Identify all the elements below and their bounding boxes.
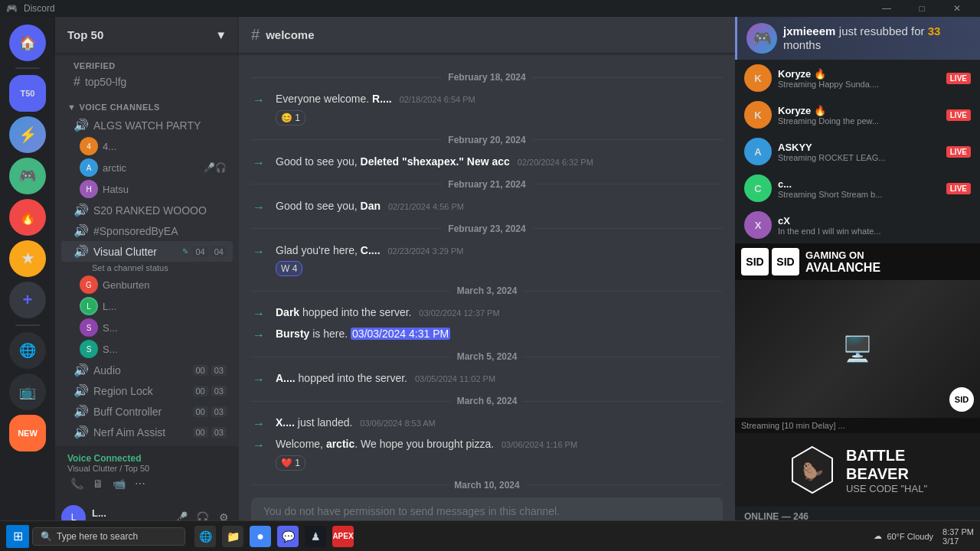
- date-divider-2: February 20, 2024: [239, 129, 735, 152]
- voice-more-btn[interactable]: ⋯: [132, 476, 149, 491]
- stream-avatar-1: K: [744, 64, 772, 92]
- voice-leave-btn[interactable]: 📞: [67, 476, 87, 491]
- voice-camera-btn[interactable]: 📹: [109, 476, 129, 491]
- voice-category[interactable]: ▼ VOICE CHANNELS: [55, 98, 239, 115]
- vc-avatar-s2: S: [80, 340, 98, 358]
- voice-avatar-3: H: [80, 180, 98, 198]
- stream-item-4[interactable]: C c... Streaming Short Stream b... LIVE: [735, 170, 980, 207]
- join-arrow-7: →: [251, 373, 266, 386]
- live-badge-2: LIVE: [946, 109, 971, 121]
- server-sidebar: 🏠 T50 ⚡ 🎮 🔥 ★ + 🌐 📺 NEW: [0, 17, 55, 537]
- channel-sponsored[interactable]: 🔊 #SponsoredByEA: [61, 220, 233, 241]
- channel-top50-lfg[interactable]: # top50-lfg: [61, 72, 233, 92]
- reaction-1[interactable]: 😊 1: [276, 107, 723, 126]
- sid-logo-1: SID: [741, 248, 769, 276]
- voice-screen-btn[interactable]: 🖥: [90, 476, 106, 491]
- voice-icon-2: 🔊: [74, 203, 89, 217]
- server-icon-news[interactable]: NEW: [9, 415, 46, 452]
- divider-line-11: [251, 357, 451, 357]
- stream-item-5[interactable]: X cX In the end I will win whate...: [735, 207, 980, 243]
- divider-line: [251, 77, 442, 78]
- server-icon-4[interactable]: 🔥: [9, 199, 46, 236]
- server-icon-5[interactable]: ★: [9, 240, 46, 277]
- date-text-4: February 23, 2024: [448, 223, 525, 234]
- voice-icon-6: 🔊: [74, 383, 89, 398]
- maximize-button[interactable]: □: [905, 1, 939, 16]
- taskbar: ⊞ 🔍 Type here to search 🌐 📁 ● 💬 ♟ APEX ☁…: [0, 520, 980, 551]
- taskbar-chrome[interactable]: ●: [250, 526, 271, 547]
- channel-header-name: welcome: [266, 28, 314, 41]
- server-icon-8[interactable]: 📺: [9, 373, 46, 410]
- start-button[interactable]: ⊞: [6, 525, 29, 548]
- server-icon-6[interactable]: +: [9, 282, 46, 318]
- taskbar-discord[interactable]: 💬: [277, 526, 299, 547]
- date-text-5: March 3, 2024: [457, 285, 518, 296]
- reaction-2[interactable]: W 4: [276, 258, 723, 276]
- count-1: 04: [193, 246, 208, 257]
- server-header[interactable]: Top 50 ▼: [55, 17, 239, 54]
- stream-game-2: Streaming Doing the pew...: [778, 116, 940, 126]
- divider-line-14: [523, 401, 723, 402]
- reaction-emoji-1[interactable]: 😊 1: [276, 110, 305, 126]
- channel-audio[interactable]: 🔊 Audio 00 03: [61, 360, 233, 380]
- message-4: → Glad you're here, C.... 02/23/2024 3:2…: [239, 240, 735, 280]
- audio-c1: 00: [193, 365, 208, 376]
- live-badge-4: LIVE: [946, 183, 971, 194]
- server-icon-2[interactable]: ⚡: [9, 116, 46, 153]
- server-icon-top50[interactable]: T50: [9, 75, 46, 112]
- join-arrow-2: →: [251, 156, 266, 170]
- channel-region[interactable]: 🔊 Region Lock 00 03: [61, 380, 233, 401]
- systray: ☁ 60°F Cloudy: [874, 531, 933, 541]
- stream-title-gaming: GAMING ON AVALANCHE: [802, 249, 974, 275]
- minimize-button[interactable]: —: [870, 1, 903, 16]
- message-text-5: Dark hopped into the server. 03/02/2024 …: [276, 306, 500, 318]
- timestamp-2: 02/20/2024 6:32 PM: [518, 158, 593, 167]
- server-name: Top 50: [67, 28, 103, 41]
- voice-icon: 🔊: [74, 118, 89, 132]
- stream-avatar-4: C: [744, 174, 772, 202]
- taskbar-search[interactable]: 🔍 Type here to search: [32, 527, 185, 546]
- taskbar-cortana[interactable]: 🌐: [194, 526, 216, 547]
- stream-info-3: ASKYY Streaming ROCKET LEAG...: [778, 142, 940, 162]
- reaction-emoji-3[interactable]: ❤️ 1: [276, 455, 305, 471]
- stream-item-3[interactable]: A ASKYY Streaming ROCKET LEAG... LIVE: [735, 133, 980, 170]
- channel-s20[interactable]: 🔊 S20 RANKED WOOOO: [61, 200, 233, 220]
- voice-user-1: 4 4...: [61, 135, 233, 157]
- taskbar-apex[interactable]: APEX: [332, 526, 354, 547]
- app-icon: 🎮: [6, 3, 18, 14]
- close-button[interactable]: ✕: [940, 1, 974, 16]
- voice-avatar-1: 4: [80, 137, 98, 155]
- taskbar-steam[interactable]: ♟: [305, 526, 326, 547]
- bb-title: BATTLE BEAVER: [846, 446, 927, 483]
- reaction-3[interactable]: ❤️ 1: [276, 452, 723, 471]
- channel-algs[interactable]: 🔊 ALGS WATCH PARTY: [61, 115, 233, 135]
- channel-nerf-aim[interactable]: 🔊 Nerf Aim Assist 00 03: [61, 422, 233, 442]
- vc-user-s2: S S...: [61, 338, 233, 360]
- taskbar-explorer[interactable]: 📁: [222, 526, 243, 547]
- stream-info-2: Koryze 🔥 Streaming Doing the pew...: [778, 105, 940, 126]
- join-arrow-9: →: [251, 439, 266, 452]
- date-text-1: February 18, 2024: [448, 72, 525, 83]
- channel-algs-name: ALGS WATCH PARTY: [93, 119, 227, 132]
- channel-ranked[interactable]: 🔊 Ranked Rewards 00 03: [61, 442, 233, 446]
- server-icon-7[interactable]: 🌐: [9, 332, 46, 369]
- stream-video-area[interactable]: 🖥️ SID: [735, 280, 980, 418]
- channel-buff-name: Buff Controller: [93, 406, 188, 418]
- voice-connected-sub: Visual Clutter / Top 50: [67, 464, 227, 473]
- home-button[interactable]: 🏠: [9, 24, 46, 61]
- weather-text: 60°F Cloudy: [887, 532, 933, 541]
- channel-visual-clutter[interactable]: 🔊 Visual Clutter ✎ 04 04: [61, 241, 233, 262]
- channel-audio-name: Audio: [93, 364, 188, 377]
- stream-item-1[interactable]: K Koryze 🔥 Streaming Happy Sunda.... LIV…: [735, 60, 980, 96]
- divider-line-4: [532, 139, 723, 140]
- message-text-7: A.... hopped into the server. 03/05/2024…: [276, 372, 495, 384]
- count-2: 04: [211, 246, 227, 257]
- reaction-emoji-2[interactable]: W 4: [276, 261, 302, 276]
- stream-item-2[interactable]: K Koryze 🔥 Streaming Doing the pew... LI…: [735, 96, 980, 133]
- bb-beaver: BEAVER: [846, 465, 909, 482]
- vc-name-s1: S...: [103, 322, 118, 334]
- voice-user-name-3: Hatsu: [103, 184, 129, 195]
- join-arrow-3: →: [251, 201, 266, 214]
- channel-buff[interactable]: 🔊 Buff Controller 00 03: [61, 401, 233, 422]
- server-icon-3[interactable]: 🎮: [9, 158, 46, 194]
